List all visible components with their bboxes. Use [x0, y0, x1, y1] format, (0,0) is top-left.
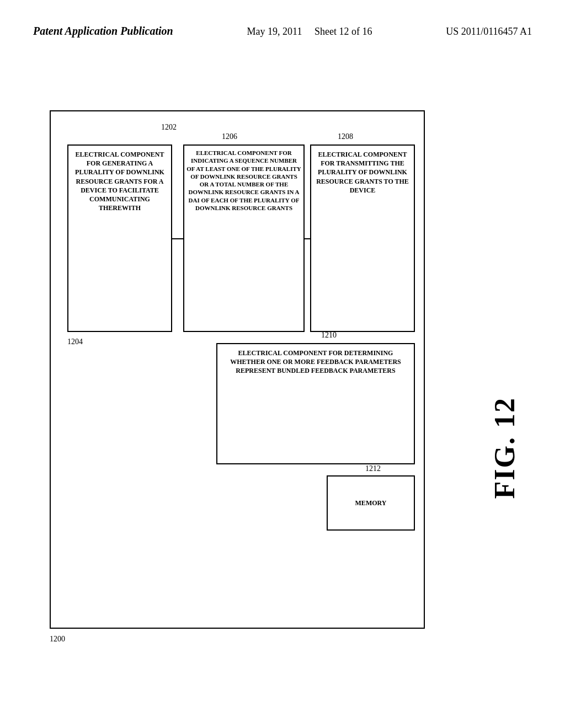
diagram-area: FIG. 12 1202 ELECTRICAL COMPONENT FOR GE… [33, 88, 532, 673]
box-1210-text: ELECTRICAL COMPONENT FOR DETERMINING WHE… [217, 344, 414, 380]
box-1212-text: MEMORY [352, 494, 390, 512]
label-1208-ref: 1208 [338, 132, 353, 141]
label-1200: 1200 [50, 634, 65, 644]
box-1200: 1202 ELECTRICAL COMPONENT FOR GENERATING… [50, 110, 425, 629]
box-1208-text: ELECTRICAL COMPONENT FOR TRANSMITTING TH… [311, 146, 414, 199]
box-1208: ELECTRICAL COMPONENT FOR TRANSMITTING TH… [310, 144, 415, 332]
figure-label: FIG. 12 [488, 397, 521, 499]
label-1212-ref: 1212 [365, 464, 381, 473]
publication-date: May 19, 2011 Sheet 12 of 16 [247, 26, 372, 38]
publication-number: US 2011/0116457 A1 [446, 26, 532, 38]
label-1204-ref: 1204 [67, 338, 83, 346]
date-text: May 19, 2011 [247, 26, 302, 37]
page: Patent Application Publication May 19, 2… [0, 0, 565, 728]
box-1210: ELECTRICAL COMPONENT FOR DETERMINING WHE… [216, 343, 415, 464]
box-1204-text: ELECTRICAL COMPONENT FOR GENERATING A PL… [68, 146, 171, 217]
label-1202: 1202 [161, 122, 177, 132]
label-1210-ref: 1210 [321, 331, 337, 340]
box-1212: MEMORY [327, 475, 415, 531]
sheet-text: Sheet 12 of 16 [315, 26, 372, 37]
box-1206-text: ELECTRICAL COMPONENT FOR INDICATING A SE… [184, 146, 303, 215]
box-1206: ELECTRICAL COMPONENT FOR INDICATING A SE… [183, 144, 305, 332]
header: Patent Application Publication May 19, 2… [0, 25, 565, 38]
publication-title: Patent Application Publication [33, 25, 173, 38]
connector-1204-1206 [172, 238, 184, 239]
box-1204: ELECTRICAL COMPONENT FOR GENERATING A PL… [67, 144, 172, 332]
label-1206-ref: 1206 [222, 132, 237, 141]
